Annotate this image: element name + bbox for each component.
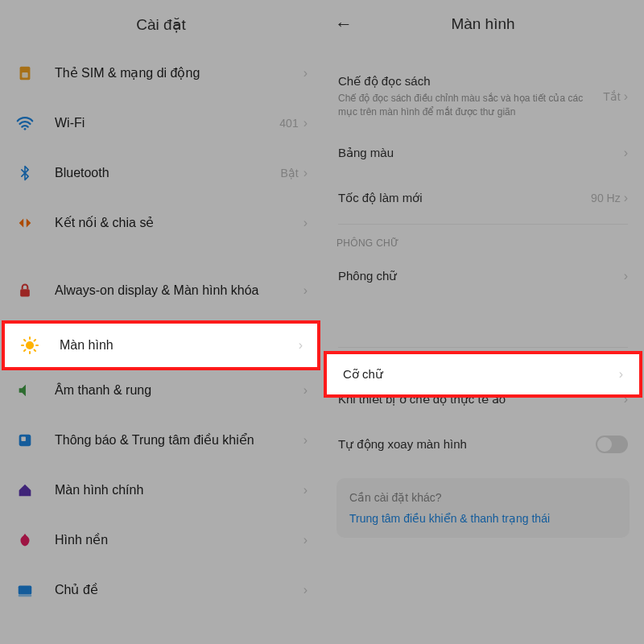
chevron-right-icon: ›: [303, 216, 308, 230]
row-wallpaper[interactable]: Hình nền ›: [0, 515, 322, 565]
settings-title: Cài đặt: [136, 15, 186, 34]
auto-rotate-toggle[interactable]: [596, 436, 628, 453]
svg-point-8: [26, 341, 34, 349]
row-label: Chủ đề: [55, 582, 303, 599]
row-label: Kết nối & chia sẻ: [55, 215, 303, 232]
wallpaper-icon: [14, 530, 35, 551]
svg-line-14: [35, 350, 36, 352]
reading-desc: Chế độ đọc sách điều chỉnh màu sắc và họ…: [338, 92, 603, 119]
chevron-right-icon: ›: [619, 367, 623, 382]
color-label: Bảng màu: [338, 146, 624, 160]
row-value: 401: [279, 117, 298, 130]
display-icon: [19, 335, 40, 356]
chevron-right-icon: ›: [303, 483, 308, 497]
font-label: Phông chữ: [338, 269, 624, 283]
svg-line-13: [24, 340, 26, 341]
row-color-scheme[interactable]: Bảng màu ›: [322, 130, 644, 175]
chevron-right-icon: ›: [624, 89, 628, 104]
rotate-label: Tự động xoay màn hình: [338, 437, 596, 452]
reading-title: Chế độ đọc sách: [338, 74, 603, 89]
display-row-label: Màn hình: [60, 338, 299, 353]
sound-icon: [14, 380, 35, 401]
chevron-right-icon: ›: [303, 166, 308, 180]
themes-icon: [14, 580, 35, 601]
row-auto-rotate[interactable]: Tự động xoay màn hình: [322, 422, 644, 467]
row-bluetooth[interactable]: Bluetooth Bật ›: [0, 148, 322, 198]
settings-header: Cài đặt: [0, 0, 322, 48]
row-themes[interactable]: Chủ đề ›: [0, 565, 322, 615]
card-question: Cần cài đặt khác?: [349, 491, 617, 504]
svg-rect-6: [19, 586, 32, 595]
text-size-label: Cỡ chữ: [343, 367, 619, 382]
chevron-right-icon: ›: [303, 383, 308, 398]
row-reading-mode[interactable]: Chế độ đọc sách Chế độ đọc sách điều chỉ…: [322, 63, 644, 130]
row-notifications[interactable]: Thông báo & Trung tâm điều khiển ›: [0, 415, 322, 465]
chevron-right-icon: ›: [303, 583, 308, 597]
row-label: Màn hình chính: [55, 482, 303, 499]
svg-rect-1: [22, 72, 27, 77]
back-icon[interactable]: ←: [335, 14, 353, 35]
refresh-label: Tốc độ làm mới: [338, 191, 591, 205]
row-label: Âm thanh & rung: [55, 382, 303, 399]
row-label: Bluetooth: [55, 165, 280, 182]
svg-line-16: [35, 340, 36, 341]
row-refresh-rate[interactable]: Tốc độ làm mới 90 Hz ›: [322, 175, 644, 221]
svg-rect-7: [19, 595, 32, 597]
chevron-right-icon: ›: [299, 338, 303, 353]
display-header: ← Màn hình: [322, 0, 644, 48]
notification-icon: [14, 430, 35, 451]
chevron-right-icon: ›: [624, 146, 628, 160]
lock-icon: [14, 280, 35, 301]
connect-icon: [14, 213, 35, 233]
row-connect[interactable]: Kết nối & chia sẻ ›: [0, 198, 322, 248]
row-value: Bật: [280, 167, 298, 180]
row-label: Thông báo & Trung tâm điều khiển: [55, 432, 303, 449]
row-wifi[interactable]: Wi-Fi 401 ›: [0, 98, 322, 148]
row-always-on[interactable]: Always-on display & Màn hình khóa ›: [0, 266, 322, 316]
row-label: Always-on display & Màn hình khóa: [55, 283, 303, 299]
chevron-right-icon: ›: [624, 191, 628, 205]
row-label: Thẻ SIM & mạng di động: [55, 65, 303, 82]
more-settings-card: Cần cài đặt khác? Trung tâm điều khiển &…: [336, 478, 630, 538]
highlight-display-row[interactable]: Màn hình ›: [2, 320, 320, 370]
home-icon: [14, 480, 35, 501]
row-sim[interactable]: Thẻ SIM & mạng di động ›: [0, 48, 322, 98]
chevron-right-icon: ›: [303, 116, 308, 130]
chevron-right-icon: ›: [624, 269, 628, 283]
display-pane: ← Màn hình Chế độ đọc sách Chế độ đọc sá…: [322, 0, 644, 644]
card-link[interactable]: Trung tâm điều khiển & thanh trạng thái: [349, 512, 617, 525]
row-font[interactable]: Phông chữ ›: [322, 254, 644, 299]
svg-rect-5: [21, 436, 26, 441]
chevron-right-icon: ›: [303, 533, 308, 547]
refresh-value: 90 Hz: [591, 192, 621, 204]
display-title: Màn hình: [451, 15, 514, 33]
row-label: Wi-Fi: [55, 115, 279, 132]
group-font: PHÔNG CHỮ: [322, 228, 644, 254]
svg-point-2: [24, 128, 27, 130]
chevron-right-icon: ›: [303, 66, 308, 80]
bluetooth-icon: [14, 163, 35, 184]
svg-line-15: [24, 350, 26, 352]
row-size-placeholder: [322, 299, 644, 344]
row-home[interactable]: Màn hình chính ›: [0, 465, 322, 515]
wifi-icon: [14, 113, 35, 134]
svg-rect-3: [20, 289, 30, 296]
reading-value: Tắt: [603, 90, 620, 103]
highlight-text-size-row[interactable]: Cỡ chữ ›: [324, 351, 642, 398]
row-label: Hình nền: [55, 532, 303, 549]
chevron-right-icon: ›: [303, 283, 308, 298]
chevron-right-icon: ›: [303, 433, 308, 448]
row-sound[interactable]: Âm thanh & rung ›: [0, 365, 322, 415]
sim-icon: [14, 63, 35, 84]
